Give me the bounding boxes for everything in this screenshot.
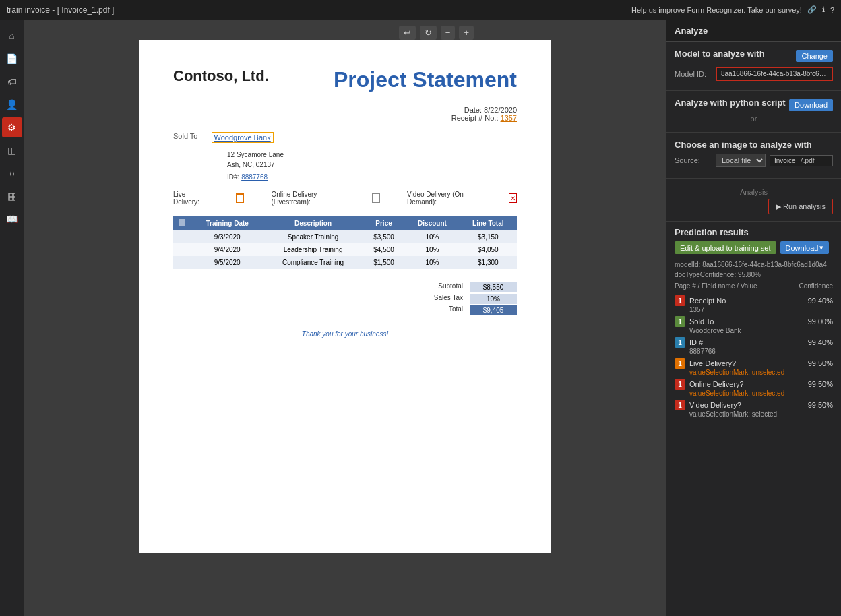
doc-footer: Thank you for your business! bbox=[173, 330, 517, 338]
main-layout: ⌂ 📄 🏷 👤 ⚙ ◫ ⟨⟩ ▦ 📖 ↩ ↻ − + Contoso, Ltd.… bbox=[0, 20, 841, 616]
sidebar-layers[interactable]: ◫ bbox=[2, 140, 22, 160]
doc-totals: Subtotal $8,550 Sales Tax 10% Total $9,4… bbox=[173, 282, 517, 317]
col-line-total: Line Total bbox=[460, 216, 517, 230]
sidebar-code[interactable]: ⟨⟩ bbox=[2, 163, 22, 183]
col-header-field: Page # / Field name / Value bbox=[675, 282, 757, 290]
canvas-area: ↩ ↻ − + Contoso, Ltd. Project Statement … bbox=[24, 20, 666, 616]
pred-confidence: 99.50% bbox=[808, 401, 833, 409]
sidebar-home[interactable]: ⌂ bbox=[2, 26, 22, 46]
col-header-confidence: Confidence bbox=[799, 282, 833, 290]
pred-download-button[interactable]: Download ▾ bbox=[780, 241, 830, 254]
pred-badge: 1 bbox=[675, 400, 685, 410]
table-cell: Compliance Training bbox=[263, 256, 362, 269]
subtotal-value: $8,550 bbox=[470, 282, 517, 292]
pred-value: valueSelectionMark: unselected bbox=[689, 369, 833, 376]
tax-value: 10% bbox=[470, 294, 517, 304]
pred-confidence: 99.00% bbox=[808, 317, 833, 326]
source-label: Source: bbox=[675, 156, 712, 164]
id-value: 8887768 bbox=[241, 173, 268, 181]
table-cell: 9/4/2020 bbox=[191, 243, 263, 256]
live-delivery-label: Live Delivery: bbox=[173, 191, 206, 206]
table-cell: 10% bbox=[405, 230, 459, 243]
prediction-section: Prediction results Edit & upload to trai… bbox=[666, 222, 841, 426]
run-analysis-button[interactable]: ▶ Run analysis bbox=[768, 199, 833, 214]
help-icon: ? bbox=[830, 6, 834, 14]
table-row: 9/3/2020Speaker Training$3,50010%$3,150 bbox=[173, 230, 517, 243]
pred-item: 1Receipt No99.40%1357 bbox=[675, 295, 833, 313]
model-id-label: Model ID: bbox=[675, 70, 712, 78]
pred-value: 8887766 bbox=[689, 348, 833, 355]
table-cell: $1,300 bbox=[460, 256, 517, 269]
python-download-button[interactable]: Download bbox=[789, 99, 833, 111]
right-panel: Analyze Model to analyze with Change Mod… bbox=[666, 20, 841, 616]
source-select[interactable]: Local file bbox=[716, 154, 766, 167]
table-cell: $1,500 bbox=[363, 256, 406, 269]
live-delivery-check bbox=[236, 193, 244, 203]
sidebar-tag[interactable]: 🏷 bbox=[2, 71, 22, 92]
zoom-in-button[interactable]: + bbox=[459, 26, 474, 40]
sidebar-settings[interactable]: ⚙ bbox=[2, 117, 22, 137]
address: 12 Sycamore Lane Ash, NC, 02137 bbox=[227, 150, 517, 170]
pred-field-name: ID # bbox=[689, 338, 804, 346]
python-section: Analyze with python script Download or bbox=[666, 91, 841, 133]
col-discount: Discount bbox=[405, 216, 459, 230]
doc-title: Project Statement bbox=[334, 67, 517, 92]
doc-id: ID#: 8887768 bbox=[227, 173, 517, 181]
pred-value: valueSelectionMark: unselected bbox=[689, 390, 833, 397]
file-input[interactable]: Invoice_7.pdf bbox=[770, 155, 833, 166]
sidebar-person[interactable]: 👤 bbox=[2, 94, 22, 115]
pred-confidence: 99.40% bbox=[808, 297, 833, 305]
change-button[interactable]: Change bbox=[796, 50, 833, 62]
pred-items-container: 1Receipt No99.40%13571Sold To99.00%Woodg… bbox=[675, 295, 833, 418]
address-line1: 12 Sycamore Lane bbox=[227, 151, 284, 158]
table-cell: $3,500 bbox=[363, 230, 406, 243]
zoom-reset-button[interactable]: ↩ bbox=[399, 26, 416, 40]
sold-to-label: Sold To bbox=[173, 132, 198, 143]
sidebar: ⌂ 📄 🏷 👤 ⚙ ◫ ⟨⟩ ▦ 📖 bbox=[0, 20, 24, 616]
python-title: Analyze with python script bbox=[675, 98, 786, 108]
pred-item: 1Video Delivery?99.50%valueSelectionMark… bbox=[675, 400, 833, 418]
pred-value: Woodgrove Bank bbox=[689, 327, 833, 334]
table-cell: 9/3/2020 bbox=[191, 230, 263, 243]
pred-field-name: Receipt No bbox=[689, 297, 804, 305]
receipt-label: Receipt # No.: bbox=[451, 114, 499, 122]
total-label: Total bbox=[416, 305, 463, 315]
sidebar-book[interactable]: 📖 bbox=[2, 209, 22, 229]
table-cell: Leadership Training bbox=[263, 243, 362, 256]
window-title: train invoice - [ Invoice_1.pdf ] bbox=[7, 5, 114, 15]
receipt-value: 1357 bbox=[501, 114, 517, 122]
pred-columns: Page # / Field name / Value Confidence bbox=[675, 282, 833, 292]
model-id-row: Model ID: 8aa16866-16fe-44ca-b13a-8bfc6a… bbox=[675, 67, 833, 81]
invoice-document: Contoso, Ltd. Project Statement Date: 8/… bbox=[139, 40, 551, 553]
doc-meta: Date: 8/22/2020 Receipt # No.: 1357 bbox=[173, 106, 517, 122]
sidebar-table[interactable]: ▦ bbox=[2, 186, 22, 206]
pred-field-name: Sold To bbox=[689, 317, 804, 326]
table-icon-header bbox=[173, 216, 191, 230]
table-cell: $3,150 bbox=[460, 230, 517, 243]
pred-badge: 1 bbox=[675, 379, 685, 390]
pred-item: 1ID #99.40%8887766 bbox=[675, 337, 833, 355]
edit-upload-button[interactable]: Edit & upload to training set bbox=[675, 241, 776, 254]
pred-field-name: Video Delivery? bbox=[689, 401, 804, 409]
table-cell: $4,500 bbox=[363, 243, 406, 256]
model-id-meta-value: 8aa16866-16fe-44ca-b13a-8bfc6ad1d0a4 bbox=[702, 261, 827, 268]
pred-badge: 1 bbox=[675, 358, 685, 369]
col-description: Description bbox=[263, 216, 362, 230]
model-section: Model to analyze with Change Model ID: 8… bbox=[666, 42, 841, 91]
zoom-refresh-button[interactable]: ↻ bbox=[420, 26, 437, 40]
model-id-value: 8aa16866-16fe-44ca-b13a-8bfc6a... bbox=[716, 67, 833, 81]
or-divider: or bbox=[675, 115, 833, 123]
model-section-title: Model to analyze with bbox=[675, 49, 765, 59]
table-row: 9/5/2020Compliance Training$1,50010%$1,3… bbox=[173, 256, 517, 269]
sidebar-document[interactable]: 📄 bbox=[2, 49, 22, 69]
pred-badge: 1 bbox=[675, 337, 685, 348]
zoom-out-button[interactable]: − bbox=[441, 26, 456, 40]
pred-field-name: Online Delivery? bbox=[689, 380, 804, 388]
analysis-section: Analysis ▶ Run analysis bbox=[666, 179, 841, 222]
info-icon: ℹ bbox=[822, 5, 825, 14]
pred-confidence: 99.50% bbox=[808, 359, 833, 367]
col-training-date: Training Date bbox=[191, 216, 263, 230]
table-cell: Speaker Training bbox=[263, 230, 362, 243]
tax-row: Sales Tax 10% bbox=[416, 294, 517, 304]
chevron-down-icon: ▾ bbox=[819, 243, 823, 252]
